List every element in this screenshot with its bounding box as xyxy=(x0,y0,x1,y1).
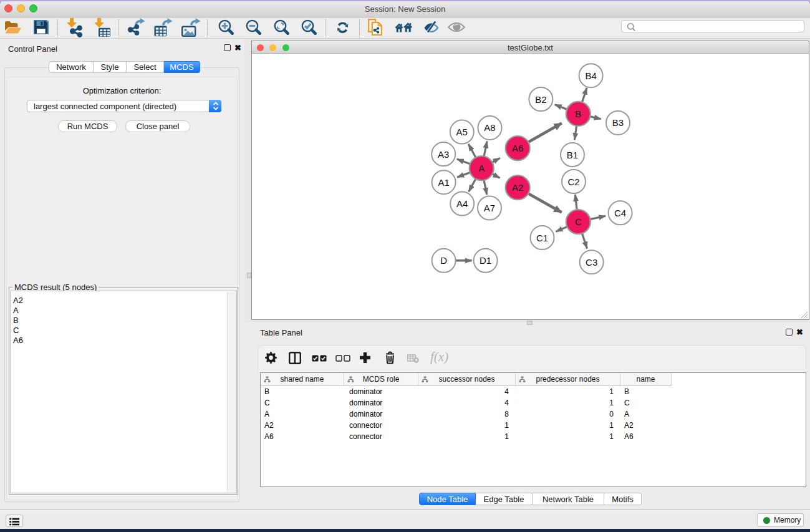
svg-text:B1: B1 xyxy=(567,150,578,160)
svg-text:D: D xyxy=(440,255,447,266)
svg-text:A3: A3 xyxy=(438,149,449,160)
svg-text:f(x): f(x) xyxy=(430,351,448,364)
svg-text:C4: C4 xyxy=(614,208,626,218)
svg-text:A6: A6 xyxy=(512,143,523,153)
svg-text:A7: A7 xyxy=(484,203,495,213)
svg-text:C2: C2 xyxy=(567,177,579,187)
svg-text:A5: A5 xyxy=(456,127,468,137)
svg-text:B2: B2 xyxy=(535,94,546,105)
svg-text:B4: B4 xyxy=(585,70,596,81)
svg-text:C1: C1 xyxy=(536,233,548,243)
svg-text:D1: D1 xyxy=(480,255,491,266)
svg-text:A8: A8 xyxy=(484,122,495,133)
svg-text:A1: A1 xyxy=(438,177,449,188)
svg-text:B: B xyxy=(575,109,581,119)
svg-text:B3: B3 xyxy=(612,117,624,128)
svg-text:A: A xyxy=(478,163,485,173)
svg-text:C: C xyxy=(575,216,582,227)
svg-text:A4: A4 xyxy=(456,198,468,209)
svg-text:C3: C3 xyxy=(586,257,597,268)
svg-text:A2: A2 xyxy=(512,182,523,193)
